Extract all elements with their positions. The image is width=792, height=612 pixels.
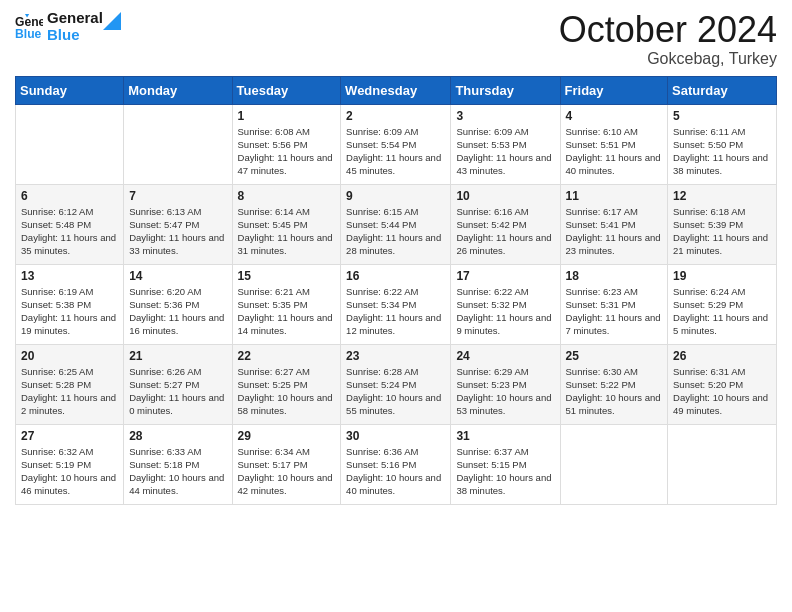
calendar-cell: 29Sunrise: 6:34 AMSunset: 5:17 PMDayligh… — [232, 424, 341, 504]
day-info: Sunrise: 6:36 AMSunset: 5:16 PMDaylight:… — [346, 445, 445, 498]
day-number: 10 — [456, 189, 554, 203]
calendar-subtitle: Gokcebag, Turkey — [559, 50, 777, 68]
calendar-cell: 3Sunrise: 6:09 AMSunset: 5:53 PMDaylight… — [451, 104, 560, 184]
day-info: Sunrise: 6:24 AMSunset: 5:29 PMDaylight:… — [673, 285, 771, 338]
svg-marker-3 — [103, 12, 121, 30]
title-block: October 2024 Gokcebag, Turkey — [559, 10, 777, 68]
day-number: 11 — [566, 189, 663, 203]
day-number: 17 — [456, 269, 554, 283]
logo-blue: Blue — [47, 27, 103, 44]
calendar-cell: 9Sunrise: 6:15 AMSunset: 5:44 PMDaylight… — [341, 184, 451, 264]
day-info: Sunrise: 6:09 AMSunset: 5:54 PMDaylight:… — [346, 125, 445, 178]
calendar-cell: 17Sunrise: 6:22 AMSunset: 5:32 PMDayligh… — [451, 264, 560, 344]
weekday-header-sunday: Sunday — [16, 76, 124, 104]
day-info: Sunrise: 6:29 AMSunset: 5:23 PMDaylight:… — [456, 365, 554, 418]
day-number: 1 — [238, 109, 336, 123]
day-number: 22 — [238, 349, 336, 363]
week-row-4: 20Sunrise: 6:25 AMSunset: 5:28 PMDayligh… — [16, 344, 777, 424]
day-info: Sunrise: 6:22 AMSunset: 5:32 PMDaylight:… — [456, 285, 554, 338]
calendar-cell: 7Sunrise: 6:13 AMSunset: 5:47 PMDaylight… — [124, 184, 232, 264]
day-info: Sunrise: 6:33 AMSunset: 5:18 PMDaylight:… — [129, 445, 226, 498]
calendar-title: October 2024 — [559, 10, 777, 50]
day-number: 25 — [566, 349, 663, 363]
day-info: Sunrise: 6:28 AMSunset: 5:24 PMDaylight:… — [346, 365, 445, 418]
calendar-cell: 28Sunrise: 6:33 AMSunset: 5:18 PMDayligh… — [124, 424, 232, 504]
week-row-2: 6Sunrise: 6:12 AMSunset: 5:48 PMDaylight… — [16, 184, 777, 264]
day-number: 9 — [346, 189, 445, 203]
day-info: Sunrise: 6:23 AMSunset: 5:31 PMDaylight:… — [566, 285, 663, 338]
day-number: 26 — [673, 349, 771, 363]
calendar-cell — [16, 104, 124, 184]
day-number: 30 — [346, 429, 445, 443]
day-info: Sunrise: 6:13 AMSunset: 5:47 PMDaylight:… — [129, 205, 226, 258]
day-number: 18 — [566, 269, 663, 283]
day-number: 14 — [129, 269, 226, 283]
calendar-cell: 14Sunrise: 6:20 AMSunset: 5:36 PMDayligh… — [124, 264, 232, 344]
calendar-cell: 23Sunrise: 6:28 AMSunset: 5:24 PMDayligh… — [341, 344, 451, 424]
day-info: Sunrise: 6:16 AMSunset: 5:42 PMDaylight:… — [456, 205, 554, 258]
day-info: Sunrise: 6:11 AMSunset: 5:50 PMDaylight:… — [673, 125, 771, 178]
day-info: Sunrise: 6:25 AMSunset: 5:28 PMDaylight:… — [21, 365, 118, 418]
calendar-cell — [124, 104, 232, 184]
weekday-header-tuesday: Tuesday — [232, 76, 341, 104]
day-number: 28 — [129, 429, 226, 443]
day-info: Sunrise: 6:37 AMSunset: 5:15 PMDaylight:… — [456, 445, 554, 498]
calendar-cell: 22Sunrise: 6:27 AMSunset: 5:25 PMDayligh… — [232, 344, 341, 424]
calendar-cell: 4Sunrise: 6:10 AMSunset: 5:51 PMDaylight… — [560, 104, 668, 184]
day-number: 3 — [456, 109, 554, 123]
day-number: 15 — [238, 269, 336, 283]
weekday-header-monday: Monday — [124, 76, 232, 104]
calendar-cell: 1Sunrise: 6:08 AMSunset: 5:56 PMDaylight… — [232, 104, 341, 184]
day-number: 23 — [346, 349, 445, 363]
logo: General Blue General Blue — [15, 10, 121, 43]
weekday-header-friday: Friday — [560, 76, 668, 104]
weekday-header-row: SundayMondayTuesdayWednesdayThursdayFrid… — [16, 76, 777, 104]
day-number: 2 — [346, 109, 445, 123]
day-info: Sunrise: 6:09 AMSunset: 5:53 PMDaylight:… — [456, 125, 554, 178]
day-info: Sunrise: 6:26 AMSunset: 5:27 PMDaylight:… — [129, 365, 226, 418]
day-info: Sunrise: 6:22 AMSunset: 5:34 PMDaylight:… — [346, 285, 445, 338]
day-number: 13 — [21, 269, 118, 283]
calendar-cell: 12Sunrise: 6:18 AMSunset: 5:39 PMDayligh… — [668, 184, 777, 264]
day-number: 27 — [21, 429, 118, 443]
day-number: 7 — [129, 189, 226, 203]
calendar-cell: 20Sunrise: 6:25 AMSunset: 5:28 PMDayligh… — [16, 344, 124, 424]
day-info: Sunrise: 6:10 AMSunset: 5:51 PMDaylight:… — [566, 125, 663, 178]
weekday-header-saturday: Saturday — [668, 76, 777, 104]
calendar-cell: 21Sunrise: 6:26 AMSunset: 5:27 PMDayligh… — [124, 344, 232, 424]
calendar-cell: 13Sunrise: 6:19 AMSunset: 5:38 PMDayligh… — [16, 264, 124, 344]
day-info: Sunrise: 6:27 AMSunset: 5:25 PMDaylight:… — [238, 365, 336, 418]
day-info: Sunrise: 6:30 AMSunset: 5:22 PMDaylight:… — [566, 365, 663, 418]
logo-icon: General Blue — [15, 13, 43, 41]
calendar-cell: 10Sunrise: 6:16 AMSunset: 5:42 PMDayligh… — [451, 184, 560, 264]
calendar-cell: 11Sunrise: 6:17 AMSunset: 5:41 PMDayligh… — [560, 184, 668, 264]
day-number: 20 — [21, 349, 118, 363]
day-info: Sunrise: 6:17 AMSunset: 5:41 PMDaylight:… — [566, 205, 663, 258]
day-info: Sunrise: 6:14 AMSunset: 5:45 PMDaylight:… — [238, 205, 336, 258]
logo-triangle-icon — [103, 12, 121, 30]
day-info: Sunrise: 6:18 AMSunset: 5:39 PMDaylight:… — [673, 205, 771, 258]
day-info: Sunrise: 6:31 AMSunset: 5:20 PMDaylight:… — [673, 365, 771, 418]
day-info: Sunrise: 6:08 AMSunset: 5:56 PMDaylight:… — [238, 125, 336, 178]
day-number: 4 — [566, 109, 663, 123]
day-info: Sunrise: 6:15 AMSunset: 5:44 PMDaylight:… — [346, 205, 445, 258]
day-number: 29 — [238, 429, 336, 443]
day-info: Sunrise: 6:12 AMSunset: 5:48 PMDaylight:… — [21, 205, 118, 258]
calendar-cell: 2Sunrise: 6:09 AMSunset: 5:54 PMDaylight… — [341, 104, 451, 184]
calendar-cell: 18Sunrise: 6:23 AMSunset: 5:31 PMDayligh… — [560, 264, 668, 344]
day-info: Sunrise: 6:32 AMSunset: 5:19 PMDaylight:… — [21, 445, 118, 498]
week-row-5: 27Sunrise: 6:32 AMSunset: 5:19 PMDayligh… — [16, 424, 777, 504]
header: General Blue General Blue October 2024 G… — [15, 10, 777, 68]
day-number: 12 — [673, 189, 771, 203]
day-number: 31 — [456, 429, 554, 443]
week-row-3: 13Sunrise: 6:19 AMSunset: 5:38 PMDayligh… — [16, 264, 777, 344]
weekday-header-thursday: Thursday — [451, 76, 560, 104]
day-number: 6 — [21, 189, 118, 203]
calendar-cell — [668, 424, 777, 504]
weekday-header-wednesday: Wednesday — [341, 76, 451, 104]
day-info: Sunrise: 6:20 AMSunset: 5:36 PMDaylight:… — [129, 285, 226, 338]
calendar-cell: 5Sunrise: 6:11 AMSunset: 5:50 PMDaylight… — [668, 104, 777, 184]
day-info: Sunrise: 6:19 AMSunset: 5:38 PMDaylight:… — [21, 285, 118, 338]
calendar-cell: 15Sunrise: 6:21 AMSunset: 5:35 PMDayligh… — [232, 264, 341, 344]
calendar-cell: 19Sunrise: 6:24 AMSunset: 5:29 PMDayligh… — [668, 264, 777, 344]
